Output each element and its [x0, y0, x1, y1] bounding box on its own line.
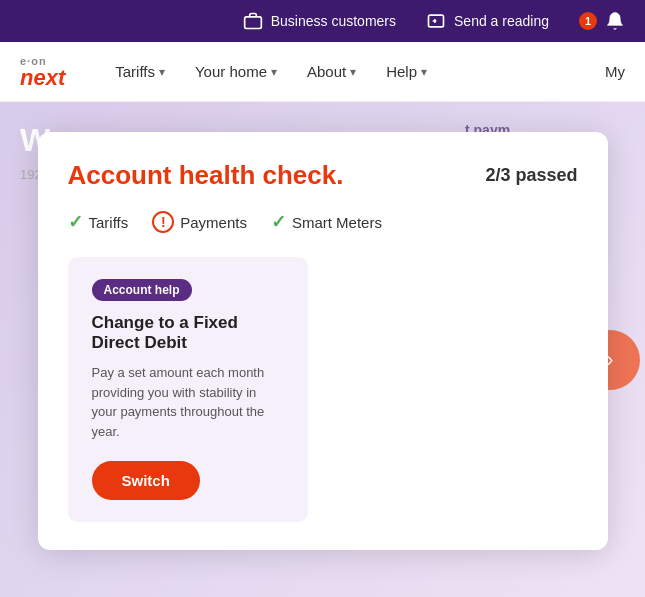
nav-your-home[interactable]: Your home ▾ [195, 63, 277, 80]
card-description: Pay a set amount each month providing yo… [92, 363, 284, 441]
card-badge: Account help [92, 279, 192, 301]
svg-rect-0 [244, 17, 261, 29]
health-check-modal: Account health check. 2/3 passed ✓ Tarif… [38, 132, 608, 550]
business-customers-link[interactable]: Business customers [243, 11, 396, 31]
nav-help-label: Help [386, 63, 417, 80]
nav-help[interactable]: Help ▾ [386, 63, 427, 80]
send-reading-link[interactable]: Send a reading [426, 11, 549, 31]
check-tariffs-label: Tariffs [89, 214, 129, 231]
send-reading-label: Send a reading [454, 13, 549, 29]
nav-my[interactable]: My [605, 63, 625, 80]
chevron-down-icon: ▾ [421, 65, 427, 79]
chevron-down-icon: ▾ [159, 65, 165, 79]
check-smart-meters-label: Smart Meters [292, 214, 382, 231]
meter-icon [426, 11, 446, 31]
account-help-card: Account help Change to a Fixed Direct De… [68, 257, 308, 522]
notifications-icon[interactable]: 1 [579, 11, 625, 31]
bell-icon [605, 11, 625, 31]
modal-title: Account health check. [68, 160, 344, 191]
nav-tariffs-label: Tariffs [115, 63, 155, 80]
check-payments: ! Payments [152, 211, 247, 233]
modal-passed: 2/3 passed [485, 165, 577, 186]
top-bar: Business customers Send a reading 1 [0, 0, 645, 42]
nav-about-label: About [307, 63, 346, 80]
check-ok-icon-2: ✓ [271, 211, 286, 233]
nav-your-home-label: Your home [195, 63, 267, 80]
check-ok-icon: ✓ [68, 211, 83, 233]
check-tariffs: ✓ Tariffs [68, 211, 129, 233]
chevron-down-icon: ▾ [271, 65, 277, 79]
nav-about[interactable]: About ▾ [307, 63, 356, 80]
nav-my-label: My [605, 63, 625, 80]
notification-count: 1 [579, 12, 597, 30]
logo[interactable]: e·on next [20, 55, 65, 89]
logo-next: next [20, 67, 65, 89]
nav-bar: e·on next Tariffs ▾ Your home ▾ About ▾ … [0, 42, 645, 102]
card-title: Change to a Fixed Direct Debit [92, 313, 284, 353]
business-customers-label: Business customers [271, 13, 396, 29]
check-smart-meters: ✓ Smart Meters [271, 211, 382, 233]
check-warn-icon: ! [152, 211, 174, 233]
check-payments-label: Payments [180, 214, 247, 231]
modal-checks: ✓ Tariffs ! Payments ✓ Smart Meters [68, 211, 578, 233]
modal-overlay: Account health check. 2/3 passed ✓ Tarif… [0, 102, 645, 597]
modal-header: Account health check. 2/3 passed [68, 160, 578, 191]
nav-tariffs[interactable]: Tariffs ▾ [115, 63, 165, 80]
switch-button[interactable]: Switch [92, 461, 200, 500]
briefcase-icon [243, 11, 263, 31]
chevron-down-icon: ▾ [350, 65, 356, 79]
